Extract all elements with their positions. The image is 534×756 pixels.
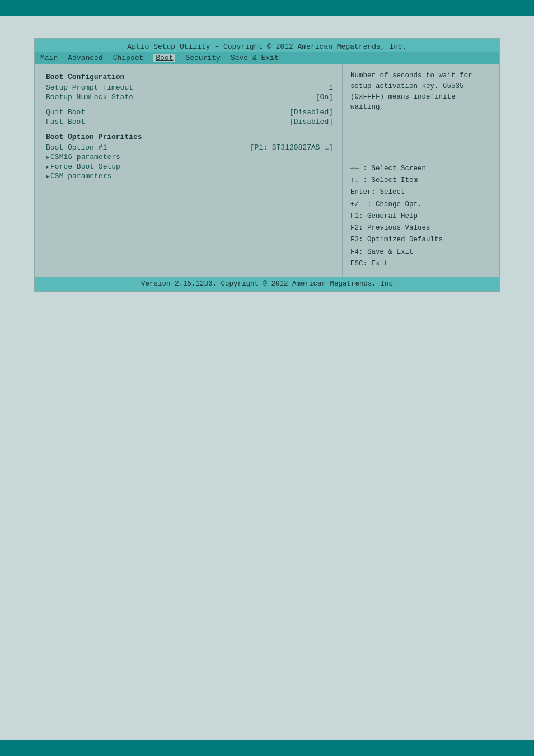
label-fast-boot: Fast Boot [46,118,85,126]
label-quit-boot: Quit Boot [46,108,85,116]
footer-text: Version 2.15.1236. Copyright © 2012 Amer… [141,280,393,288]
spacer-1 [46,102,333,108]
submenu-csm-parameters[interactable]: CSM parameters [46,172,333,180]
menu-item-advanced[interactable]: Advanced [68,54,102,62]
field-boot-option-1[interactable]: Boot Option #1 [P1: ST3120827AS …] [46,143,333,152]
field-setup-prompt-timeout[interactable]: Setup Prompt Timeout 1 [46,83,333,92]
key-select-item: ↑↓ : Select Item [350,175,491,186]
key-change-opt: +/- : Change Opt. [350,199,491,211]
bios-footer: Version 2.15.1236. Copyright © 2012 Amer… [35,277,499,291]
key-select-screen: →← : Select Screen [350,163,491,175]
value-setup-prompt-timeout: 1 [329,83,333,92]
bottom-bar [0,740,534,756]
label-setup-prompt-timeout: Setup Prompt Timeout [46,83,133,92]
key-f2: F2: Previous Values [350,222,491,234]
section-boot-option-priorities: Boot Option Priorities [46,133,333,141]
bios-container: Aptio Setup Utility – Copyright © 2012 A… [34,38,500,292]
label-bootup-numlock-state: Bootup NumLock State [46,93,133,101]
right-bottom-keys: →← : Select Screen ↑↓ : Select Item Ente… [343,156,499,277]
help-text: Number of seconds to wait for setup acti… [350,72,472,111]
key-f1: F1: General Help [350,211,491,222]
menu-item-security[interactable]: Security [185,54,220,62]
value-bootup-numlock-state: [On] [316,93,333,101]
menu-item-main[interactable]: Main [40,54,58,62]
label-boot-option-1: Boot Option #1 [46,143,107,152]
bios-body: Boot Configuration Setup Prompt Timeout … [35,64,499,277]
left-panel: Boot Configuration Setup Prompt Timeout … [35,64,343,277]
label-force-boot-setup: Force Boot Setup [50,162,120,171]
label-csm-parameters: CSM parameters [50,172,111,180]
field-fast-boot[interactable]: Fast Boot [Disabled] [46,118,333,126]
section-boot-configuration: Boot Configuration [46,73,333,81]
field-bootup-numlock-state[interactable]: Bootup NumLock State [On] [46,93,333,101]
key-f4: F4: Save & Exit [350,246,491,258]
spacer-2 [46,127,333,133]
key-esc: ESC: Exit [350,258,491,270]
menu-bar: Main Advanced Chipset Boot Security Save… [35,52,499,64]
right-panel: Number of seconds to wait for setup acti… [343,64,499,277]
value-fast-boot: [Disabled] [289,118,333,126]
title-bar: Aptio Setup Utility – Copyright © 2012 A… [35,39,499,52]
top-bar [0,0,534,16]
label-csm16-parameters: CSM16 parameters [50,153,120,161]
key-f3: F3: Optimized Defaults [350,234,491,246]
key-enter: Enter: Select [350,186,491,198]
menu-item-boot[interactable]: Boot [153,54,175,62]
title-text: Aptio Setup Utility – Copyright © 2012 A… [127,43,406,51]
menu-item-save-exit[interactable]: Save & Exit [231,54,279,62]
field-quit-boot[interactable]: Quit Boot [Disabled] [46,108,333,116]
menu-item-chipset[interactable]: Chipset [113,54,144,62]
submenu-csm16-parameters[interactable]: CSM16 parameters [46,153,333,161]
right-top-help: Number of seconds to wait for setup acti… [343,64,499,156]
submenu-force-boot-setup[interactable]: Force Boot Setup [46,162,333,171]
value-quit-boot: [Disabled] [289,108,333,116]
value-boot-option-1: [P1: ST3120827AS …] [250,143,333,152]
